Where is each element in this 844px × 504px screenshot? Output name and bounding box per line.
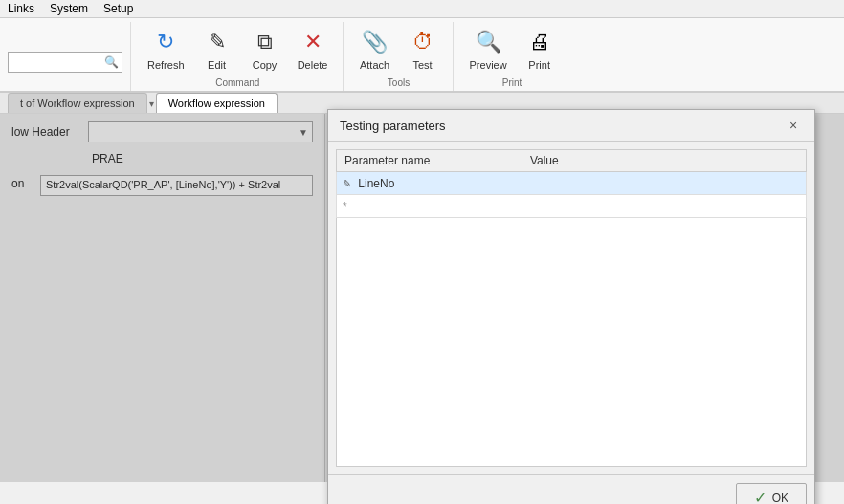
dialog-footer: ✓ OK bbox=[328, 474, 814, 504]
table-row[interactable]: ✎ LineNo bbox=[337, 172, 807, 195]
search-icon: 🔍 bbox=[101, 55, 122, 69]
tools-group-label: Tools bbox=[353, 76, 445, 91]
modal-overlay: Testing parameters × Parameter name Valu… bbox=[0, 114, 844, 482]
attach-icon: 📎 bbox=[360, 27, 390, 57]
empty-table-space bbox=[336, 218, 807, 467]
tools-group: 📎 Attach ⏱ Test Tools bbox=[345, 22, 454, 91]
tab-workflow-expression-list[interactable]: t of Workflow expression bbox=[8, 93, 147, 113]
attach-label: Attach bbox=[360, 59, 389, 71]
tab-workflow-expression[interactable]: Workflow expression bbox=[156, 93, 278, 113]
print-group: 🔍 Preview 🖨 Print Print bbox=[455, 22, 569, 91]
edit-icon: ✎ bbox=[202, 27, 233, 57]
new-row-marker: * bbox=[337, 195, 522, 218]
print-group-label: Print bbox=[463, 76, 562, 91]
parameters-table: Parameter name Value ✎ LineNo bbox=[336, 149, 807, 218]
print-button[interactable]: 🖨 Print bbox=[518, 22, 562, 76]
delete-icon: ✕ bbox=[298, 27, 328, 57]
ok-check-icon: ✓ bbox=[754, 489, 766, 504]
menu-links[interactable]: Links bbox=[8, 2, 34, 15]
dialog-close-button[interactable]: × bbox=[784, 116, 803, 135]
main-area: low Header ▼ PRAE on Str2val(ScalarQD('P… bbox=[0, 114, 844, 482]
param-name-header: Parameter name bbox=[337, 150, 522, 172]
menu-setup[interactable]: Setup bbox=[103, 2, 133, 15]
copy-button[interactable]: ⧉ Copy bbox=[243, 22, 287, 76]
copy-icon: ⧉ bbox=[250, 27, 280, 57]
test-label: Test bbox=[412, 59, 432, 71]
test-button[interactable]: ⏱ Test bbox=[401, 22, 445, 76]
command-group: ↻ Refresh ✎ Edit ⧉ Copy ✕ Delete Command bbox=[133, 22, 344, 91]
testing-parameters-dialog: Testing parameters × Parameter name Valu… bbox=[327, 109, 815, 504]
param-value-input[interactable] bbox=[528, 177, 800, 190]
edit-label: Edit bbox=[208, 59, 226, 71]
dialog-titlebar: Testing parameters × bbox=[328, 110, 814, 142]
copy-label: Copy bbox=[253, 59, 278, 71]
ok-label: OK bbox=[772, 492, 788, 505]
search-input[interactable] bbox=[9, 55, 101, 70]
delete-button[interactable]: ✕ Delete bbox=[291, 22, 335, 76]
param-name-value: LineNo bbox=[358, 177, 394, 190]
edit-button[interactable]: ✎ Edit bbox=[195, 22, 239, 76]
new-row[interactable]: * bbox=[337, 195, 807, 218]
menu-bar: Links System Setup bbox=[0, 0, 844, 18]
refresh-label: Refresh bbox=[147, 59, 185, 71]
preview-icon: 🔍 bbox=[473, 27, 503, 57]
preview-button[interactable]: 🔍 Preview bbox=[463, 22, 514, 76]
menu-system[interactable]: System bbox=[50, 2, 88, 15]
preview-label: Preview bbox=[470, 59, 507, 71]
dialog-title: Testing parameters bbox=[340, 119, 446, 133]
print-icon: 🖨 bbox=[524, 27, 555, 57]
search-box[interactable]: 🔍 bbox=[8, 52, 122, 73]
param-value-cell[interactable] bbox=[522, 172, 806, 195]
command-group-label: Command bbox=[141, 76, 335, 91]
tab-arrow: ▾ bbox=[149, 99, 154, 113]
test-icon: ⏱ bbox=[408, 27, 438, 57]
refresh-button[interactable]: ↻ Refresh bbox=[141, 22, 191, 76]
delete-label: Delete bbox=[298, 59, 328, 71]
ribbon: 🔍 ↻ Refresh ✎ Edit ⧉ Copy ✕ bbox=[0, 18, 844, 93]
ok-button[interactable]: ✓ OK bbox=[736, 483, 807, 504]
attach-button[interactable]: 📎 Attach bbox=[353, 22, 397, 76]
refresh-icon: ↻ bbox=[150, 27, 181, 57]
dialog-body: Parameter name Value ✎ LineNo bbox=[328, 142, 814, 474]
row-edit-icon: ✎ bbox=[343, 178, 351, 189]
param-value-header: Value bbox=[522, 150, 806, 172]
new-row-value bbox=[522, 195, 806, 218]
param-name-cell: ✎ LineNo bbox=[337, 172, 522, 195]
print-label: Print bbox=[528, 59, 550, 71]
